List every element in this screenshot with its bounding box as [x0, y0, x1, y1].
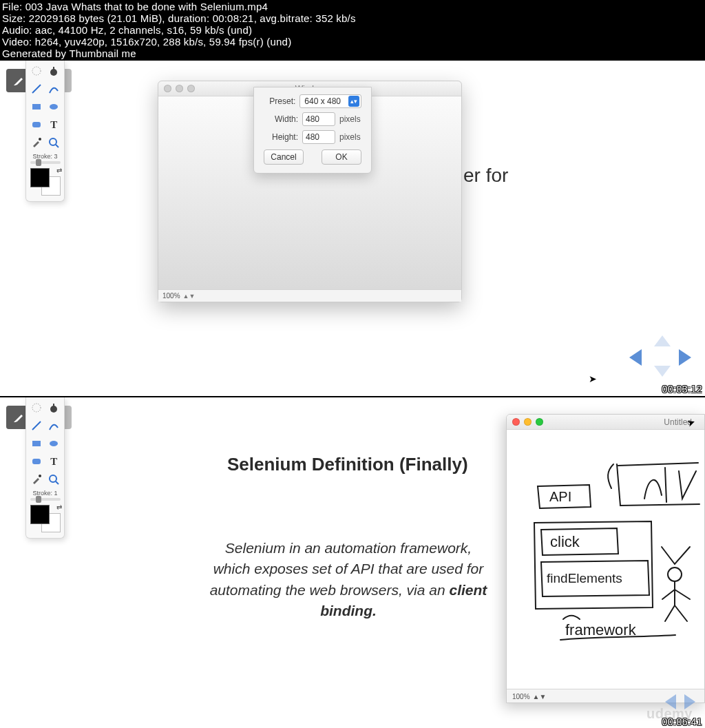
brush-icon [12, 74, 25, 87]
svg-line-9 [56, 145, 59, 147]
close-dot[interactable] [512, 418, 520, 426]
header-size: Size: 22029168 bytes (21.01 MiB), durati… [2, 12, 703, 24]
bomb-tool[interactable] [46, 63, 61, 79]
header-video: Video: h264, yuv420p, 1516x720, 288 kb/s… [2, 36, 703, 48]
tool-palette: T Stroke: 1 ⇄ [25, 397, 65, 539]
zoom-level: 100% [162, 292, 180, 300]
preset-select[interactable]: 640 x 480 ▴▾ [299, 94, 361, 108]
sketch-zoom: 100% [512, 693, 530, 700]
rect-tool[interactable] [29, 99, 44, 114]
height-unit: pixels [339, 132, 361, 142]
height-label: Height: [264, 132, 298, 142]
slide-title: Selenium Definition (Finally) [227, 454, 468, 475]
slide-bold1: client [450, 582, 487, 598]
svg-point-10 [32, 404, 41, 412]
svg-rect-6 [32, 122, 41, 127]
header-generated: Generated by Thumbnail me [2, 48, 703, 59]
mouse-cursor: ➤ [589, 373, 597, 384]
sketch-titlebar[interactable]: Untitled [507, 415, 704, 430]
svg-point-17 [39, 475, 41, 477]
ellipse-tool[interactable] [46, 436, 61, 451]
slide-body: Selenium in an automation framework, whi… [190, 538, 507, 622]
rect-tool[interactable] [29, 436, 44, 451]
swap-colors-icon[interactable]: ⇄ [56, 167, 62, 174]
nav-arrows [629, 335, 691, 377]
color-swatches[interactable]: ⇄ [30, 505, 61, 532]
text-tool[interactable]: T [46, 454, 61, 469]
svg-point-8 [50, 138, 56, 145]
close-dot[interactable] [164, 85, 171, 92]
zoom-tool[interactable] [46, 135, 61, 150]
zoom-stepper-icon[interactable]: ▲▼ [183, 293, 196, 300]
stroke-slider[interactable] [30, 498, 61, 501]
zoom-stepper-icon[interactable]: ▲▼ [533, 693, 547, 700]
thumbnail-frame-2: T Stroke: 1 ⇄ Selenium Definition (Final… [0, 397, 705, 728]
svg-rect-4 [32, 104, 41, 110]
spray-tool[interactable] [29, 400, 44, 415]
foreground-color[interactable] [30, 168, 50, 187]
frame-timestamp: 00:03:12 [662, 384, 703, 395]
svg-point-5 [50, 104, 58, 110]
svg-text:API: API [549, 489, 571, 504]
nav-down-icon[interactable] [654, 366, 671, 377]
svg-text:click: click [550, 533, 580, 550]
metadata-header: File: 003 Java Whats that to be done wit… [0, 0, 705, 61]
preset-label: Preset: [264, 96, 295, 106]
header-file: File: 003 Java Whats that to be done wit… [2, 1, 703, 12]
background-slide-text: er for [463, 165, 508, 187]
zoom-tool[interactable] [46, 472, 61, 487]
svg-point-1 [50, 69, 57, 76]
foreground-color[interactable] [30, 505, 50, 524]
minimize-dot[interactable] [524, 418, 532, 426]
zoom-dot[interactable] [187, 85, 195, 92]
curve-tool[interactable] [46, 81, 61, 96]
text-tool[interactable]: T [46, 117, 61, 132]
zoom-dot[interactable] [536, 418, 543, 426]
line-tool[interactable] [29, 418, 44, 433]
stroke-label: Stroke: 3 [28, 153, 63, 160]
nav-right-icon[interactable] [679, 349, 691, 366]
width-unit: pixels [339, 114, 361, 124]
ok-button[interactable]: OK [322, 149, 361, 165]
cancel-button[interactable]: Cancel [264, 149, 304, 165]
slide-line3: automating the web browsers, via an [210, 582, 450, 598]
frame-timestamp: 00:06:41 [662, 716, 703, 727]
tool-palette: T Stroke: 3 ⇄ [25, 61, 65, 202]
svg-line-19 [56, 481, 59, 484]
svg-point-11 [50, 406, 57, 413]
width-label: Width: [264, 114, 298, 124]
slide-line2: which exposes set of API that are used f… [213, 561, 484, 576]
sketch-canvas[interactable]: API click findElements framework [507, 430, 704, 689]
thumbnail-frame-1: T Stroke: 3 ⇄ Window 100% ▲▼ [0, 61, 705, 397]
svg-point-23 [668, 568, 682, 581]
svg-line-13 [32, 422, 41, 430]
svg-rect-12 [53, 404, 54, 406]
roundrect-tool[interactable] [29, 117, 44, 132]
window-statusbar: 100% ▲▼ [158, 289, 461, 302]
svg-point-15 [50, 441, 58, 446]
bomb-tool[interactable] [46, 400, 61, 415]
color-swatches[interactable]: ⇄ [30, 168, 61, 196]
preset-value: 640 x 480 [304, 96, 341, 106]
line-tool[interactable] [29, 81, 44, 96]
minimize-dot[interactable] [176, 85, 183, 92]
spray-tool[interactable] [29, 63, 44, 79]
slide-bold2: binding. [320, 603, 377, 618]
size-dialog: Preset: 640 x 480 ▴▾ Width: 480 pixels H… [253, 87, 372, 174]
eyedropper-tool[interactable] [29, 135, 44, 150]
ellipse-tool[interactable] [46, 99, 61, 114]
svg-rect-2 [53, 67, 54, 70]
stroke-slider[interactable] [30, 161, 61, 164]
swap-colors-icon[interactable]: ⇄ [56, 503, 62, 511]
stroke-label: Stroke: 1 [28, 490, 63, 497]
svg-point-18 [50, 475, 56, 482]
svg-rect-16 [32, 459, 41, 464]
width-input[interactable]: 480 [302, 112, 335, 126]
curve-tool[interactable] [46, 418, 61, 433]
height-input[interactable]: 480 [302, 130, 335, 144]
header-audio: Audio: aac, 44100 Hz, 2 channels, s16, 5… [2, 24, 703, 36]
nav-up-icon[interactable] [654, 335, 671, 346]
nav-left-icon[interactable] [629, 349, 642, 366]
roundrect-tool[interactable] [29, 454, 44, 469]
eyedropper-tool[interactable] [29, 472, 44, 487]
